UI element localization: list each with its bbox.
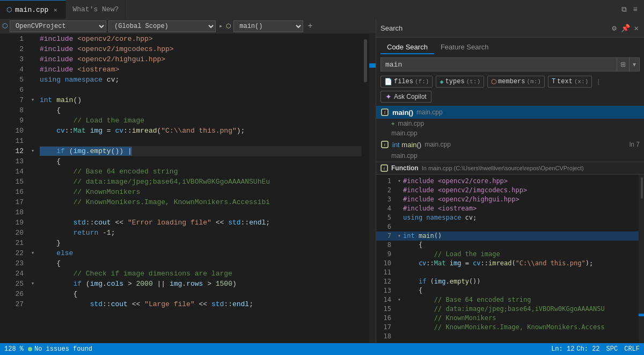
cpp-file-icon: ⬡ — [6, 6, 12, 14]
search-close-btn[interactable]: ✕ — [633, 23, 640, 34]
filter-types-key: (t:) — [466, 78, 480, 85]
preview-line-5: 5 using namespace cv; — [376, 213, 644, 222]
editor-pane: ⬡ OpenCVProject (Global Scope) ▸ ⬡ main(… — [0, 19, 376, 343]
editor-scrollbar[interactable] — [362, 34, 369, 343]
ask-copilot-btn[interactable]: ✦ Ask Copilot — [380, 91, 431, 103]
code-line-11 — [40, 136, 362, 146]
filter-types-btn[interactable]: ◈ types (t:) — [436, 76, 484, 88]
func-select[interactable]: main() — [233, 20, 303, 32]
preview-subtitle: In main.cpp (C:\Users\hwelliver\source\r… — [422, 165, 584, 171]
editor-toolbar: ⬡ OpenCVProject (Global Scope) ▸ ⬡ main(… — [0, 19, 376, 34]
status-encoding-label: SPC — [606, 345, 618, 353]
search-input[interactable] — [380, 57, 617, 71]
tab-whats-new[interactable]: What's New? — [66, 0, 126, 19]
result-item-main-func[interactable]: f main() main.cpp — [376, 106, 644, 119]
code-editor-content[interactable]: #include <opencv2/core.hpp> #include <op… — [38, 34, 362, 343]
sub-result-label-1: main.cpp — [398, 120, 424, 127]
status-issues-label: No issues found — [34, 345, 92, 353]
code-line-16: // KnownMonikers — [40, 187, 362, 197]
code-line-8: { — [40, 105, 362, 115]
sub-result-1[interactable]: + main.cpp — [376, 119, 644, 128]
line-numbers: 1 2 3 4 5 6 7 8 9 10 11 12 13 14 15 16 1… — [0, 34, 28, 343]
preview-line-10: 10 cv::Mat img = cv::imread("C:\\and thi… — [376, 259, 644, 268]
tab-main-cpp[interactable]: ⬡ main.cpp ✕ — [0, 0, 66, 19]
filter-members-btn[interactable]: ⬡ members (m:) — [487, 76, 545, 88]
overflow-menu-btn[interactable]: ≡ — [631, 4, 640, 15]
preview-line-6: 6 — [376, 222, 644, 231]
editor-scrollbar-thumb — [364, 39, 367, 82]
preview-line-11: 11 — [376, 268, 644, 277]
code-line-21: } — [40, 238, 362, 248]
svg-text:f: f — [384, 110, 386, 115]
code-line-18 — [40, 207, 362, 218]
preview-line-18: 18 — [376, 332, 644, 341]
tab-bar: ⬡ main.cpp ✕ What's New? ⧉ ≡ — [0, 0, 644, 19]
search-unpin-btn[interactable]: 📌 — [620, 23, 631, 34]
sub-result-icon-1: + — [391, 120, 394, 127]
result-label-int-main: int main() — [392, 141, 421, 149]
preview-line-13: 13 { — [376, 286, 644, 295]
tab-code-search[interactable]: Code Search — [380, 41, 434, 54]
code-line-27: std::cout << "Large file" << std::endl; — [40, 299, 362, 309]
status-zoom[interactable]: 128 % — [4, 345, 24, 353]
search-filter-row: 📄 files (f:) ◈ types (t:) ⬡ members (m:)… — [376, 75, 644, 106]
tab-feature-search[interactable]: Feature Search — [434, 41, 495, 54]
search-results-list: f main() main.cpp + main.cpp main.cpp — [376, 106, 644, 162]
add-pane-btn[interactable]: + — [305, 21, 315, 31]
result-icon-func: f — [380, 108, 389, 117]
code-line-24: // Check if image dimensions are large — [40, 269, 362, 279]
code-line-1: #include <opencv2/core.hpp> — [40, 34, 362, 44]
status-cursor[interactable]: Ln: 12 Ch: 22 — [551, 345, 599, 353]
sub-result-1b: main.cpp — [376, 128, 644, 138]
tab-close-main-cpp[interactable]: ✕ — [52, 6, 59, 13]
preview-line-9: 9 // Load the image — [376, 250, 644, 259]
status-issues-dot — [28, 347, 32, 351]
code-line-23: { — [40, 258, 362, 269]
func-icon: ⬡ — [226, 23, 231, 30]
code-line-10: cv::Mat img = cv::imread("C:\\and this.p… — [40, 126, 362, 136]
split-editor-btn[interactable]: ⧉ — [619, 4, 629, 15]
filter-text-icon: T — [552, 78, 555, 85]
code-line-14: // Base 64 encoded string — [40, 166, 362, 177]
result-item-int-main[interactable]: f int main() main.cpp ln 7 — [376, 138, 644, 151]
preview-line-15: 15 // data:image/jpeg;base64,iVBORw0KGgo… — [376, 305, 644, 314]
result-icon-int-main: f — [380, 140, 389, 149]
code-line-9: // Load the image — [40, 115, 362, 126]
filter-files-btn[interactable]: 📄 files (f:) — [380, 76, 433, 88]
code-line-3: #include <opencv2/highgui.hpp> — [40, 54, 362, 64]
search-panel-title: Search — [380, 24, 402, 32]
filter-text-btn[interactable]: T text (x:) — [548, 76, 592, 88]
filter-files-icon: 📄 — [384, 78, 392, 86]
search-layout-btn[interactable]: ⊞ — [617, 57, 630, 71]
result-group-1: f main() main.cpp + main.cpp main.cpp — [376, 106, 644, 138]
code-line-6 — [40, 85, 362, 95]
status-line: Ln: 12 — [551, 345, 574, 353]
filter-members-label: members — [498, 78, 525, 85]
preview-vscrollbar[interactable] — [639, 175, 644, 343]
project-select[interactable]: OpenCVProject — [10, 20, 106, 32]
preview-code: 1 ▾ #include <opencv2/core.hpp> 2 #inclu… — [376, 175, 644, 343]
result-label-main-func: main() — [392, 108, 413, 117]
preview-line-14: 14 ▾ // Base 64 encoded string — [376, 295, 644, 305]
code-line-12: if (img.empty()) | — [40, 146, 362, 156]
preview-header: f Function In main.cpp (C:\Users\hwelliv… — [376, 162, 644, 175]
scope-select[interactable]: (Global Scope) — [108, 20, 216, 32]
preview-func-icon: f — [380, 164, 388, 172]
status-lineending[interactable]: CRLF — [624, 345, 640, 353]
code-line-26: { — [40, 289, 362, 299]
filter-types-label: types — [445, 78, 465, 85]
status-issues[interactable]: No issues found — [28, 345, 92, 353]
code-line-15: // data:image/jpeg;base64,iVBORw0KGgoAAA… — [40, 177, 362, 187]
code-line-22: else — [40, 248, 362, 258]
status-encoding[interactable]: SPC — [606, 345, 618, 353]
tab-toolbar: ⧉ ≡ — [619, 0, 644, 19]
minimap-highlight — [369, 63, 376, 68]
code-line-20: return -1; — [40, 228, 362, 238]
preview-line-12: 12 if (img.empty()) — [376, 277, 644, 286]
preview-line-2: 2 #include <opencv2/imgcodecs.hpp> — [376, 186, 644, 195]
fold-gutter: ▾ ▾ ▾ ▾ — [28, 34, 38, 343]
search-settings-btn[interactable]: ⚙ — [611, 23, 617, 34]
status-bar: 128 % No issues found Ln: 12 Ch: 22 SPC … — [0, 343, 644, 355]
search-options-btn[interactable]: ▾ — [630, 57, 640, 71]
main-layout: ⬡ OpenCVProject (Global Scope) ▸ ⬡ main(… — [0, 19, 644, 343]
